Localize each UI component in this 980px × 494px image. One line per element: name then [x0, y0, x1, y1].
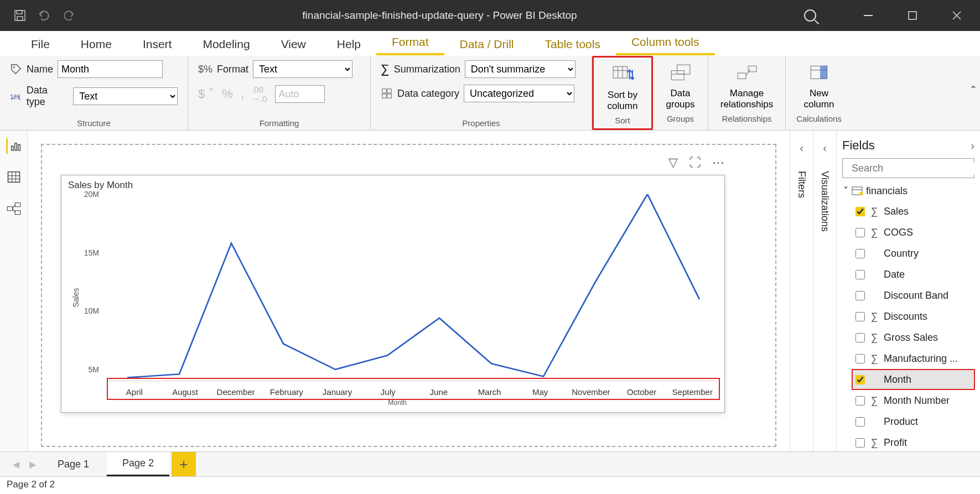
svg-rect-2 — [17, 17, 23, 20]
field-item-discount-band[interactable]: Discount Band — [852, 285, 974, 305]
tab-home[interactable]: Home — [65, 33, 127, 55]
field-checkbox[interactable] — [855, 354, 865, 363]
field-item-product[interactable]: Product — [852, 412, 974, 431]
tab-view[interactable]: View — [266, 33, 322, 55]
field-checkbox[interactable] — [855, 396, 865, 405]
field-checkbox[interactable] — [855, 333, 865, 342]
page-prev[interactable]: ◀ — [9, 459, 23, 470]
close-button[interactable] — [942, 4, 971, 27]
field-item-date[interactable]: Date — [852, 264, 974, 284]
data-view-icon[interactable] — [6, 169, 22, 185]
field-checkbox[interactable] — [855, 291, 865, 300]
x-axis-highlight — [107, 378, 720, 400]
fields-search-input[interactable] — [852, 163, 980, 174]
new-page-button[interactable]: + — [172, 452, 196, 476]
field-item-month[interactable]: Month — [852, 370, 974, 389]
field-checkbox[interactable] — [855, 375, 865, 384]
percent-button[interactable]: % — [222, 87, 233, 101]
svg-rect-31 — [8, 172, 19, 183]
chart-visual[interactable]: ▽ ⛶ ⋯ Sales by Month Sales 20M15M10M5M A… — [61, 175, 725, 413]
field-checkbox[interactable] — [855, 312, 865, 321]
page-tab-2[interactable]: Page 2 — [107, 452, 169, 476]
data-category-label: Data category — [397, 88, 459, 100]
field-item-country[interactable]: Country — [852, 243, 974, 263]
tab-table-tools[interactable]: Table tools — [530, 33, 616, 55]
redo-icon[interactable] — [62, 9, 75, 22]
manage-relationships-button[interactable]: Manage relationships — [718, 60, 775, 113]
fields-search[interactable] — [842, 158, 974, 178]
tab-column-tools[interactable]: Column tools — [616, 31, 715, 55]
field-checkbox[interactable] — [855, 417, 865, 427]
page-tab-1[interactable]: Page 1 — [42, 453, 105, 476]
field-item-sales[interactable]: ∑ Sales — [852, 201, 974, 221]
visualizations-pane-collapsed[interactable]: ‹ Visualizations — [813, 131, 836, 451]
tab-help[interactable]: Help — [322, 33, 376, 55]
name-input[interactable] — [58, 60, 163, 78]
statusbar: Page 2 of 2 — [0, 476, 980, 494]
status-text: Page 2 of 2 — [7, 479, 55, 490]
data-category-select[interactable]: Uncategorized — [464, 85, 574, 102]
new-column-icon — [807, 63, 831, 86]
maximize-button[interactable] — [898, 4, 927, 27]
view-rail — [0, 131, 28, 451]
tab-data-drill[interactable]: Data / Drill — [444, 33, 530, 55]
sigma-icon: ∑ — [869, 332, 879, 344]
svg-rect-3 — [864, 15, 873, 16]
chevron-left-icon: ‹ — [800, 142, 803, 154]
field-checkbox[interactable] — [855, 228, 865, 237]
decimals-button[interactable]: .00→.0 — [252, 85, 267, 103]
field-item-discounts[interactable]: ∑Discounts — [852, 306, 974, 326]
collapse-ribbon-button[interactable]: ˆ — [971, 84, 976, 99]
new-column-button[interactable]: New column — [796, 60, 842, 113]
svg-rect-10 — [387, 89, 391, 93]
field-checkbox[interactable] — [855, 438, 865, 448]
field-label: Month Number — [884, 395, 950, 407]
field-item-gross-sales[interactable]: ∑Gross Sales — [852, 327, 974, 347]
model-view-icon[interactable] — [6, 200, 22, 216]
y-tick: 10M — [84, 306, 99, 315]
tab-format[interactable]: Format — [376, 31, 444, 55]
field-item-profit[interactable]: ∑Profit — [852, 433, 974, 451]
report-view-icon[interactable] — [6, 138, 22, 154]
number-format-input[interactable] — [275, 85, 325, 103]
field-label: Gross Sales — [884, 332, 938, 344]
tab-file[interactable]: File — [15, 33, 65, 55]
field-item-month-number[interactable]: ∑Month Number — [852, 391, 974, 410]
field-checkbox[interactable] — [855, 270, 865, 279]
filters-pane-collapsed[interactable]: ‹ Filters — [790, 131, 813, 451]
minimize-button[interactable] — [854, 4, 883, 27]
undo-icon[interactable] — [38, 9, 51, 22]
search-icon[interactable] — [804, 9, 816, 22]
svg-point-46 — [859, 192, 863, 195]
save-icon[interactable] — [13, 9, 27, 22]
chevron-right-icon[interactable]: › — [971, 139, 974, 152]
datatype-select[interactable]: Text — [73, 87, 178, 105]
field-item-manufacturing-[interactable]: ∑Manufacturing ... — [852, 349, 974, 368]
tab-insert[interactable]: Insert — [127, 33, 188, 55]
format-select[interactable]: Text — [253, 60, 352, 78]
field-item-cogs[interactable]: ∑ COGS — [852, 222, 974, 242]
ribbon-tabs: File Home Insert Modeling View Help Form… — [0, 31, 980, 56]
fields-title: Fields — [842, 138, 875, 153]
tab-modeling[interactable]: Modeling — [187, 33, 265, 55]
summarization-select[interactable]: Don't summarize — [465, 60, 575, 78]
field-label: Date — [884, 269, 905, 280]
more-options-icon[interactable]: ⋯ — [712, 155, 724, 170]
thousands-button[interactable]: , — [241, 87, 244, 101]
page-next[interactable]: ▶ — [25, 459, 40, 470]
data-groups-button[interactable]: Data groups — [663, 60, 698, 113]
filter-icon[interactable]: ▽ — [668, 155, 678, 170]
sort-by-column-button[interactable]: Sort by column — [604, 62, 641, 115]
currency-button[interactable]: $ ˅ — [198, 87, 214, 101]
field-checkbox[interactable] — [855, 249, 865, 258]
fields-table-financials[interactable]: ˅ financials — [842, 185, 974, 197]
field-checkbox[interactable] — [855, 207, 865, 216]
sigma-icon: ∑ — [869, 227, 879, 238]
ribbon: Name 123 Data type Text Structure $% For… — [0, 56, 980, 131]
sigma-icon: ∑ — [869, 395, 879, 407]
focus-mode-icon[interactable]: ⛶ — [689, 155, 701, 170]
report-canvas[interactable]: ▽ ⛶ ⋯ Sales by Month Sales 20M15M10M5M A… — [28, 131, 790, 451]
field-label: Discounts — [884, 311, 927, 323]
y-tick: 15M — [84, 248, 99, 257]
field-label: COGS — [884, 227, 913, 238]
